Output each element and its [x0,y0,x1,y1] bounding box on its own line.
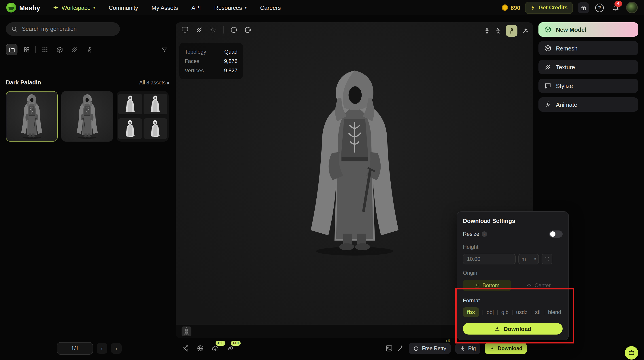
nav-workspace[interactable]: Workspace ▾ [52,4,95,11]
gift-button[interactable] [578,2,589,13]
share-nodes-button[interactable] [182,345,189,352]
viewport-toolbar-divider [223,26,224,33]
download-button[interactable]: Download [485,343,527,354]
free-retry-button[interactable]: x4 Free Retry [409,343,451,354]
stylize-button[interactable]: Stylize [538,79,638,93]
meshy-logo-icon [6,3,16,12]
filmstrip-thumbnail[interactable] [182,327,192,336]
notifications-button[interactable]: 4 [610,2,621,13]
section-header: Dark Paladin All 3 assets ▸ [6,79,170,86]
prev-page-button[interactable]: ‹ [96,343,107,354]
model-filter-button[interactable] [54,44,65,55]
format-usdz[interactable]: usdz [516,309,528,315]
notification-badge: 4 [614,1,622,6]
display-mode-button[interactable] [181,26,189,33]
texture-filter-button[interactable] [68,44,80,55]
origin-center-button[interactable]: Center [514,280,562,291]
download-icon [494,326,500,332]
publish-button[interactable] [197,345,204,352]
armature-icon [495,27,502,34]
all-assets-filter-button[interactable] [39,44,50,55]
matcap-button[interactable] [244,26,251,33]
download-icon [489,346,495,351]
user-avatar[interactable] [626,2,638,13]
all-assets-link[interactable]: All 3 assets ▸ [139,79,170,86]
nav-my-assets[interactable]: My Assets [152,4,178,11]
rendered-3d-model[interactable] [287,67,422,260]
texture-button[interactable]: Texture [538,60,638,74]
unit-select[interactable]: m ▴ ▾ [518,254,539,264]
brand[interactable]: Meshy [6,3,40,12]
height-input[interactable] [463,254,516,264]
effects-button[interactable] [522,27,528,34]
animation-filter-button[interactable] [83,44,95,55]
viewport-toolbar-right [484,25,528,37]
filter-button[interactable] [158,44,170,55]
refresh-icon [414,346,419,351]
stat-value: Quad [224,48,238,55]
folder-view-button[interactable] [6,44,18,55]
fit-bounds-button[interactable] [542,254,552,264]
download-settings-panel: Download Settings Resize i Height m ▴ ▾ … [456,211,569,340]
resize-toggle[interactable] [549,230,562,238]
nav-api-label: API [192,4,201,11]
panel-download-button[interactable]: Download [463,323,562,335]
nav-community[interactable]: Community [109,4,138,11]
nav-api[interactable]: API [192,4,201,11]
screenshot-button[interactable] [386,345,393,352]
pose-a-button[interactable] [484,27,490,34]
format-glb[interactable]: glb [501,309,508,315]
origin-label: Origin [463,270,562,276]
page-indicator: 1/1 [57,342,93,355]
stat-faces: Faces 9,876 [185,56,238,66]
bottom-toolbar: +50 +10 x4 Free Retry Rig [176,342,533,355]
rig-button[interactable]: Rig [455,343,480,354]
format-fbx[interactable]: fbx [463,307,479,317]
get-credits-button[interactable]: Get Credits [525,1,573,14]
help-button[interactable]: ? [594,2,605,13]
format-obj[interactable]: obj [486,309,494,315]
runner-icon [544,101,552,108]
new-model-button[interactable]: New Model [538,22,638,37]
brand-name: Meshy [19,4,40,11]
next-page-button[interactable]: › [111,343,122,354]
origin-bottom-label: Bottom [482,282,499,289]
info-icon: i [482,231,487,237]
share-nodes-icon [182,345,189,352]
multiview-cell [143,118,167,139]
origin-bottom-button[interactable]: Bottom [463,280,511,291]
nav-resources[interactable]: Resources ▾ [214,4,247,11]
stat-value: 9,876 [224,58,238,64]
free-retry-label: Free Retry [422,346,446,351]
sun-icon [209,26,216,33]
shading-plain-button[interactable] [230,26,238,33]
textured-view-button-active[interactable] [506,25,518,37]
nav-careers[interactable]: Careers [260,4,281,11]
share-button[interactable]: +10 [227,345,234,352]
origin-options: Bottom Center [463,280,562,291]
retry-multiplier-badge: x4 [446,339,450,343]
format-stl[interactable]: stl [535,309,540,315]
wireframe-button[interactable] [196,26,202,33]
upload-community-button[interactable]: +50 [212,345,219,352]
filter-icon [161,46,168,53]
credits-balance[interactable]: 890 [502,4,520,11]
lighting-button[interactable] [209,26,216,33]
asset-thumb-multiview[interactable] [117,91,168,142]
stat-label: Vertices [185,67,204,73]
format-divider [544,310,544,315]
download-label: Download [498,346,522,351]
remesh-button[interactable]: Remesh [538,41,638,55]
meshy-app: Meshy Workspace ▾ Community My Assets AP… [0,0,644,360]
asset-thumb-selected[interactable] [6,91,58,142]
asset-thumb-2[interactable] [61,91,113,142]
support-chat-button[interactable] [625,346,638,360]
animate-button[interactable]: Animate [538,97,638,112]
format-blend[interactable]: blend [548,309,561,315]
share-arrow-icon [227,345,234,352]
grid-view-button[interactable] [20,44,32,55]
pose-t-button[interactable] [495,27,502,34]
search-input[interactable] [21,25,114,33]
enhance-button[interactable] [397,345,404,352]
multiview-cell [118,118,142,139]
